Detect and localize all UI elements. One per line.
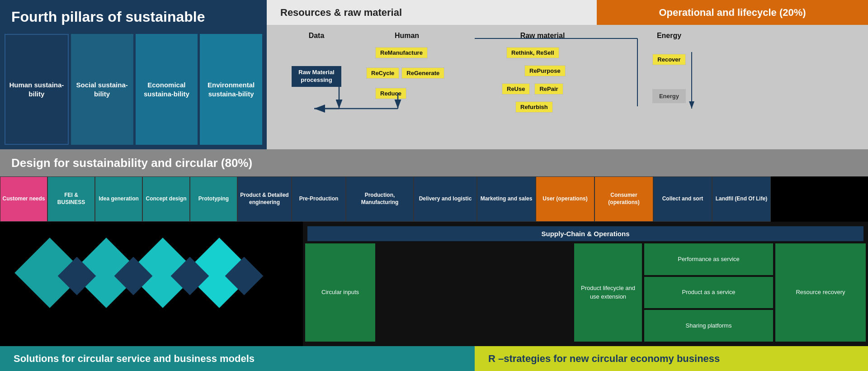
performance-service-box: Performance as service bbox=[644, 243, 773, 275]
circular-inputs-box: Circular inputs bbox=[305, 243, 375, 342]
raw-material-box: Raw Material processing bbox=[292, 66, 341, 87]
refurbish-box: Refurbish bbox=[515, 101, 553, 113]
resources-header: Resources & raw material bbox=[267, 0, 597, 25]
sc-content-row: Circular inputs Product lifecycle and us… bbox=[305, 243, 866, 344]
col-header-rawmat: Raw material bbox=[520, 32, 565, 40]
stage-pre-production: Pre-Production bbox=[292, 176, 346, 222]
regenerate-box: ReGenerate bbox=[401, 67, 444, 79]
stage-customer-needs: Customer needs bbox=[0, 176, 47, 222]
energy-label: Energy bbox=[652, 89, 686, 103]
right-panel: Resources & raw material Operational and… bbox=[267, 0, 868, 149]
sc-recovery-col: Resource recovery bbox=[775, 243, 866, 342]
left-panel: Fourth pillars of sustainable Human sust… bbox=[0, 0, 267, 149]
repair-box: RePair bbox=[534, 83, 563, 95]
sc-spacer bbox=[377, 243, 572, 342]
supply-chain-bar: Supply-Chain & Operations bbox=[307, 226, 863, 241]
pillar-economical: Economical sustaina-bility bbox=[136, 34, 198, 145]
diamond-shapes bbox=[16, 239, 287, 329]
footer-left-text: Solutions for circular service and busin… bbox=[14, 353, 255, 365]
col-header-data: Data bbox=[309, 32, 325, 40]
bottom-footer: Solutions for circular service and busin… bbox=[0, 346, 868, 371]
pillar-environmental: Environmental sustaina-bility bbox=[200, 34, 262, 145]
col-header-human: Human bbox=[395, 32, 419, 40]
stage-marketing: Marketing and sales bbox=[477, 176, 536, 222]
footer-right-text: R –strategies for new circular economy b… bbox=[488, 353, 720, 365]
remanufacture-box: ReManufacture bbox=[375, 47, 428, 58]
col-header-energy: Energy bbox=[657, 32, 681, 40]
footer-left: Solutions for circular service and busin… bbox=[0, 346, 475, 371]
design-bar: Design for sustainability and circular (… bbox=[0, 149, 868, 176]
stage-user: User (operations) bbox=[536, 176, 594, 222]
process-bar: Customer needs FEI & BUSINESS Idea gener… bbox=[0, 176, 868, 222]
stage-product: Product & Detailed engineering bbox=[237, 176, 292, 222]
shapes-area bbox=[0, 222, 303, 346]
design-bar-text: Design for sustainability and circular (… bbox=[11, 156, 252, 170]
diagram-area: Data Raw Material processing Human ReMan… bbox=[267, 25, 868, 149]
stage-concept: Concept design bbox=[142, 176, 190, 222]
resources-title: Resources & raw material bbox=[280, 7, 402, 19]
reuse-box: ReUse bbox=[502, 83, 530, 95]
stage-idea: Idea generation bbox=[95, 176, 142, 222]
left-title-area: Fourth pillars of sustainable bbox=[0, 0, 267, 29]
product-service-box: Product as a service bbox=[644, 277, 773, 309]
sharing-platforms-box: Sharing platforms bbox=[644, 310, 773, 342]
top-section: Fourth pillars of sustainable Human sust… bbox=[0, 0, 868, 149]
stage-production: Production, Manufacturing bbox=[346, 176, 414, 222]
pillar-human: Human sustaina-bility bbox=[5, 34, 69, 145]
pillar-social: Social sustaina-bility bbox=[71, 34, 133, 145]
reduce-box: Reduce bbox=[375, 88, 406, 99]
bottom-left bbox=[0, 222, 303, 346]
resource-recovery-box: Resource recovery bbox=[775, 243, 866, 342]
right-header: Resources & raw material Operational and… bbox=[267, 0, 868, 25]
operational-title: Operational and lifecycle (20%) bbox=[659, 7, 806, 19]
rethink-resell-box: Rethink, ReSell bbox=[506, 47, 559, 58]
stage-collect: Collect and sort bbox=[653, 176, 712, 222]
stage-landfil: Landfil (End Of Life) bbox=[712, 176, 771, 222]
stage-proto: Prototyping bbox=[190, 176, 237, 222]
sc-lifecycle-col: Product lifecycle and use extension bbox=[574, 243, 642, 342]
stage-consumer: Consumer (operations) bbox=[594, 176, 653, 222]
stage-delivery: Delivery and logistic bbox=[414, 176, 477, 222]
main-container: Fourth pillars of sustainable Human sust… bbox=[0, 0, 868, 371]
stage-fei: FEI & BUSINESS bbox=[47, 176, 95, 222]
left-title: Fourth pillars of sustainable bbox=[11, 9, 255, 25]
recover-box: Recover bbox=[652, 54, 685, 65]
footer-right: R –strategies for new circular economy b… bbox=[475, 346, 868, 371]
bottom-right: Supply-Chain & Operations Circular input… bbox=[303, 222, 868, 346]
repurpose-box: RePurpose bbox=[524, 65, 566, 76]
bottom-section: Supply-Chain & Operations Circular input… bbox=[0, 222, 868, 346]
operational-header: Operational and lifecycle (20%) bbox=[597, 0, 868, 25]
product-lifecycle-box: Product lifecycle and use extension bbox=[574, 243, 642, 342]
sc-circular-col: Circular inputs bbox=[305, 243, 375, 342]
recycle-box: ReCycle bbox=[366, 67, 399, 79]
sc-services-col: Performance as service Product as a serv… bbox=[644, 243, 773, 342]
pillars-row: Human sustaina-bility Social sustaina-bi… bbox=[0, 29, 267, 149]
